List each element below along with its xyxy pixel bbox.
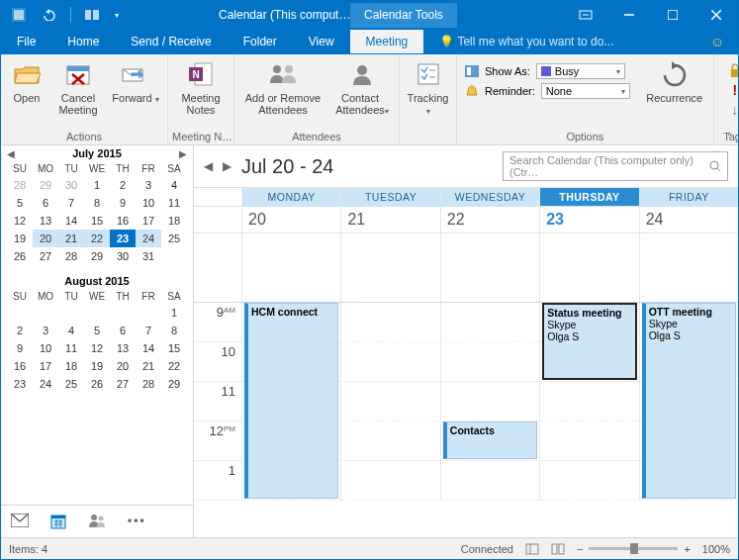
minical-day[interactable]: 11 [58, 339, 84, 357]
minical-day[interactable]: 23 [7, 375, 33, 393]
view-normal-icon[interactable] [525, 543, 539, 555]
date-number[interactable]: 20 [241, 207, 340, 233]
low-importance-icon[interactable]: ↓ [731, 102, 738, 118]
close-button[interactable] [694, 1, 738, 29]
day-column-fri[interactable]: OTT meetingSkypeOlga S [639, 303, 738, 501]
minical-day[interactable]: 18 [161, 212, 187, 230]
minical-day[interactable]: 9 [7, 339, 33, 357]
minimize-button[interactable] [607, 1, 651, 29]
day-column-wed[interactable]: Contacts [440, 303, 539, 501]
feedback-smiley-icon[interactable]: ☺ [710, 34, 738, 49]
minical-day[interactable]: 9 [110, 194, 136, 212]
minical-day[interactable]: 28 [7, 176, 33, 194]
reminder-select[interactable]: None▾ [541, 83, 630, 99]
zoom-in-icon[interactable]: + [684, 543, 690, 555]
day-header[interactable]: TUESDAY [340, 188, 439, 206]
day-column-tue[interactable] [340, 303, 439, 501]
recurrence-button[interactable]: Recurrence [644, 58, 705, 104]
minical-day[interactable]: 19 [7, 230, 33, 247]
minical-day[interactable]: 8 [161, 322, 187, 339]
minical-day[interactable]: 8 [84, 194, 110, 212]
minical-day[interactable] [33, 304, 58, 322]
people-icon[interactable] [88, 513, 106, 529]
minical-july[interactable]: SUMOTUWETHFRSA28293012345678910111213141… [1, 161, 193, 273]
minical-day[interactable]: 3 [136, 176, 161, 194]
calendar-icon[interactable] [50, 513, 66, 529]
more-icon[interactable]: ••• [128, 513, 146, 529]
day-column-mon[interactable]: HCM connect [241, 303, 340, 501]
zoom-slider[interactable]: − + [577, 543, 691, 555]
minical-day[interactable]: 16 [110, 212, 136, 230]
tell-me-search[interactable]: 💡 Tell me what you want to do... [423, 35, 709, 48]
open-button[interactable]: Open [9, 58, 45, 104]
day-header[interactable]: WEDNESDAY [440, 188, 539, 206]
qat-dropdown-icon[interactable]: ▾ [115, 11, 119, 20]
minical-day[interactable]: 7 [58, 194, 84, 212]
minical-day[interactable]: 1 [84, 176, 110, 194]
tab-meeting[interactable]: Meeting [350, 30, 424, 53]
collapse-ribbon-icon[interactable]: ˄ [727, 132, 732, 142]
minical-day[interactable]: 18 [58, 357, 84, 375]
day-header[interactable]: MONDAY [241, 188, 340, 206]
minical-day[interactable]: 6 [33, 194, 58, 212]
tab-home[interactable]: Home [51, 30, 115, 53]
minical-day[interactable]: 22 [161, 357, 187, 375]
next-month-icon[interactable]: ▶ [179, 148, 187, 159]
minical-day[interactable]: 17 [33, 357, 58, 375]
minical-day[interactable]: 16 [7, 357, 33, 375]
minical-day[interactable]: 13 [110, 339, 136, 357]
minical-day[interactable]: 24 [136, 230, 161, 247]
contact-attendees-button[interactable]: Contact Attendees▾ [333, 58, 391, 118]
minical-day[interactable]: 12 [7, 212, 33, 230]
minical-day[interactable] [7, 304, 33, 322]
minical-day[interactable]: 30 [58, 176, 84, 194]
view-reading-icon[interactable] [551, 543, 565, 555]
private-icon[interactable] [728, 62, 739, 78]
minical-day[interactable]: 11 [161, 194, 187, 212]
minical-day[interactable]: 21 [136, 357, 161, 375]
minical-day[interactable]: 31 [136, 247, 161, 265]
minical-day[interactable]: 27 [110, 375, 136, 393]
minical-day[interactable]: 22 [84, 230, 110, 247]
tab-view[interactable]: View [293, 30, 350, 53]
tracking-button[interactable]: Tracking▾ [405, 58, 452, 118]
day-header[interactable]: THURSDAY [539, 188, 638, 206]
show-as-select[interactable]: Busy▾ [536, 63, 625, 79]
minical-day[interactable]: 20 [33, 230, 58, 247]
minical-day[interactable]: 2 [7, 322, 33, 339]
tab-send-receive[interactable]: Send / Receive [115, 30, 227, 53]
tab-file[interactable]: File [1, 30, 51, 53]
minical-day[interactable]: 15 [161, 339, 187, 357]
prev-month-icon[interactable]: ◀ [7, 148, 15, 159]
date-number[interactable]: 24 [639, 207, 738, 233]
minical-day[interactable]: 3 [33, 322, 58, 339]
minical-day[interactable]: 29 [33, 176, 58, 194]
minical-day[interactable]: 28 [136, 375, 161, 393]
undo-icon[interactable] [41, 7, 56, 23]
minical-day[interactable]: 7 [136, 322, 161, 339]
minical-day[interactable]: 12 [84, 339, 110, 357]
meeting-notes-button[interactable]: N Meeting Notes [176, 58, 226, 116]
minical-day[interactable]: 20 [110, 357, 136, 375]
minical-day[interactable]: 10 [136, 194, 161, 212]
minical-day[interactable] [161, 247, 187, 265]
appointment-ott[interactable]: OTT meetingSkypeOlga S [642, 303, 736, 499]
minical-day[interactable]: 25 [58, 375, 84, 393]
minical-day[interactable]: 21 [58, 230, 84, 247]
minical-day[interactable]: 10 [33, 339, 58, 357]
minical-day[interactable]: 23 [110, 230, 136, 247]
next-range-icon[interactable]: ▶ [223, 159, 231, 173]
minical-day[interactable]: 19 [84, 357, 110, 375]
minical-day[interactable]: 14 [136, 339, 161, 357]
add-remove-attendees-button[interactable]: Add or Remove Attendees [242, 58, 323, 116]
minical-day[interactable]: 2 [110, 176, 136, 194]
day-column-thu[interactable]: Status meetingSkypeOlga S [539, 303, 638, 501]
minical-day[interactable]: 26 [84, 375, 110, 393]
minical-day[interactable]: 25 [161, 230, 187, 247]
search-input[interactable]: Search Calendar (This computer only) (Ct… [503, 151, 728, 181]
ribbon-display-icon[interactable] [564, 1, 607, 29]
minical-day[interactable] [136, 304, 161, 322]
minical-day[interactable]: 24 [33, 375, 58, 393]
minical-day[interactable]: 28 [58, 247, 84, 265]
minical-day[interactable]: 4 [58, 322, 84, 339]
